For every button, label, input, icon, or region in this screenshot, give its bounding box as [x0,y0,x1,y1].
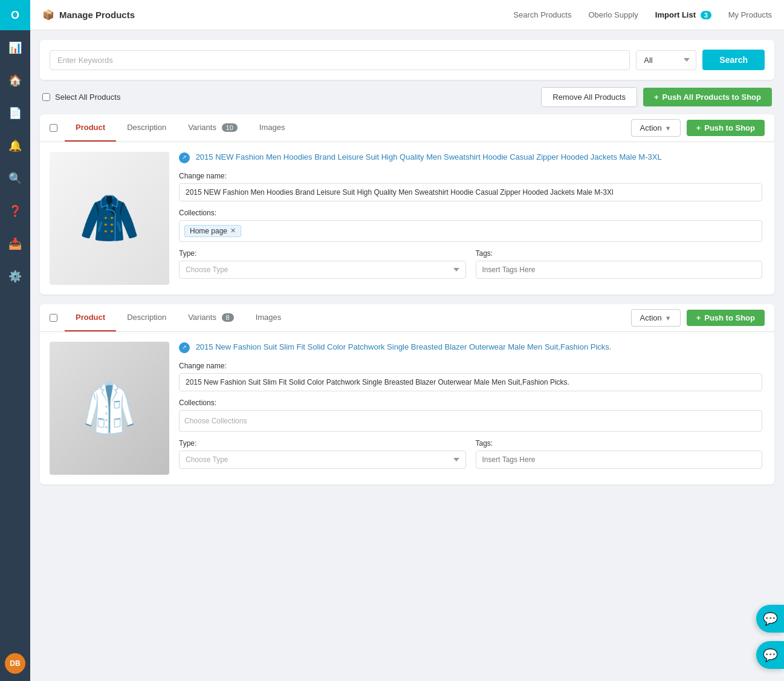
change-name-input-2[interactable] [179,373,762,391]
product-1-tabs: Product Description Variants 10 Images A… [40,114,774,142]
product-1-image [50,152,169,285]
tab-variants-1[interactable]: Variants 10 [177,114,248,142]
type-select-1[interactable]: Choose Type [179,261,466,279]
question-icon[interactable]: ❓ [0,196,30,226]
change-name-label-1: Change name: [179,172,762,180]
product-1-body: 🦌 ↗ 2015 NEW Fashion Men Hoodies Brand L… [40,142,774,295]
collection-tag-remove[interactable]: ✕ [230,227,236,235]
tab-images-2[interactable]: Images [245,304,293,331]
chat-button-1[interactable]: 💬 [756,605,784,633]
search-sidebar-icon[interactable]: 🔍 [0,163,30,194]
oberlo-link-icon-1: ↗ [179,152,190,163]
action-button-1[interactable]: Action ▼ [631,119,681,137]
search-input[interactable] [50,50,630,70]
nav-search-products[interactable]: Search Products [513,10,571,19]
search-bar: All Title SKU Search [40,40,774,80]
push-to-shop-button-1[interactable]: + Push to Shop [687,120,765,136]
top-navigation: 📦 Manage Products Search Products Oberlo… [30,0,784,30]
page-title: Manage Products [59,10,513,20]
tab-product-1[interactable]: Product [65,114,116,142]
push-all-button[interactable]: + Push All Products to Shop [643,88,772,106]
tags-field-2: Tags: [476,439,763,469]
push-plus-icon-2: + [696,313,701,322]
nav-links: Search Products Oberlo Supply Import Lis… [513,10,772,19]
type-select-2[interactable]: Choose Type [179,451,466,469]
tags-field-1: Tags: [476,249,763,279]
oberlo-link-icon-2: ↗ [179,342,190,353]
product-2-body: ↗ 2015 New Fashion Suit Slim Fit Solid C… [40,332,774,484]
type-tags-row-1: Type: Choose Type Tags: [179,249,762,279]
main-area: 📦 Manage Products Search Products Oberlo… [30,0,784,681]
manage-products-icon: 📦 [42,9,54,21]
type-field-1: Type: Choose Type [179,249,466,279]
search-category-select[interactable]: All Title SKU [636,50,696,70]
tab-images-1[interactable]: Images [248,114,296,142]
select-all-bar: Select All Products Remove All Products … [40,87,774,107]
collections-field-2[interactable]: Choose Collections [179,410,762,432]
import-list-badge: 3 [701,11,711,19]
collections-label-1: Collections: [179,209,762,217]
nav-my-products[interactable]: My Products [728,10,772,19]
bell-icon[interactable]: 🔔 [0,131,30,161]
product-1-details: ↗ 2015 NEW Fashion Men Hoodies Brand Lei… [179,142,774,295]
nav-import-list[interactable]: Import List 3 [655,10,711,19]
variants-badge-1: 10 [222,123,238,132]
product-1-checkbox[interactable] [50,124,57,132]
product-1-image-wrap: 🦌 [40,142,179,295]
tab-product-2[interactable]: Product [65,304,116,331]
tab-description-2[interactable]: Description [116,304,177,331]
select-all-label: Select All Products [55,93,541,102]
sidebar-logo[interactable]: O [0,0,30,30]
change-name-input-1[interactable] [179,183,762,201]
change-name-label-2: Change name: [179,362,762,370]
sidebar: O 📊 🏠 📄 🔔 🔍 ❓ 📥 ⚙️ DB [0,0,30,681]
product-2-image [50,342,169,475]
type-tags-row-2: Type: Choose Type Tags: [179,439,762,469]
product-card-2: Product Description Variants 8 Images Ac… [40,304,774,484]
collections-field-1[interactable]: Home page ✕ [179,220,762,242]
product-2-details: ↗ 2015 New Fashion Suit Slim Fit Solid C… [179,332,774,484]
product-2-actions: Action ▼ + Push to Shop [631,309,765,327]
product-1-actions: Action ▼ + Push to Shop [631,119,765,137]
action-chevron-1: ▼ [665,125,672,132]
push-plus-icon-1: + [696,123,701,132]
action-button-2[interactable]: Action ▼ [631,309,681,327]
document-icon[interactable]: 📄 [0,98,30,128]
collection-tag-text: Home page [190,227,227,235]
tags-input-1[interactable] [476,261,763,279]
gear-icon[interactable]: ⚙️ [0,261,30,292]
search-button[interactable]: Search [702,50,765,70]
type-field-2: Type: Choose Type [179,439,466,469]
home-icon[interactable]: 🏠 [0,65,30,96]
content-area: All Title SKU Search Select All Products… [30,30,784,681]
product-2-checkbox[interactable] [50,314,57,322]
select-all-checkbox[interactable] [42,93,50,101]
product-1-title[interactable]: ↗ 2015 NEW Fashion Men Hoodies Brand Lei… [179,152,762,163]
collections-label-2: Collections: [179,399,762,407]
collection-tag-homepage: Home page ✕ [184,225,241,237]
avatar[interactable]: DB [5,653,25,674]
product-card: Product Description Variants 10 Images A… [40,114,774,295]
type-label-2: Type: [179,439,466,448]
tab-variants-2[interactable]: Variants 8 [177,304,244,331]
tags-input-2[interactable] [476,451,763,469]
nav-oberlo-supply[interactable]: Oberlo Supply [588,10,638,19]
product-2-image-wrap [40,332,179,484]
tab-description-1[interactable]: Description [116,114,177,142]
collections-placeholder-2: Choose Collections [184,417,247,425]
remove-all-button[interactable]: Remove All Products [541,87,637,107]
variants-badge-2: 8 [222,313,234,322]
tags-label-1: Tags: [476,249,763,258]
action-chevron-2: ▼ [665,314,672,322]
inbox-icon[interactable]: 📥 [0,229,30,259]
type-label-1: Type: [179,249,466,258]
push-to-shop-button-2[interactable]: + Push to Shop [687,310,765,326]
push-all-plus-icon: + [654,93,659,102]
product-2-tabs: Product Description Variants 8 Images Ac… [40,304,774,332]
chat-button-2[interactable]: 💬 [756,641,784,669]
tags-label-2: Tags: [476,439,763,448]
product-2-title[interactable]: ↗ 2015 New Fashion Suit Slim Fit Solid C… [179,342,762,353]
chart-icon[interactable]: 📊 [0,33,30,63]
